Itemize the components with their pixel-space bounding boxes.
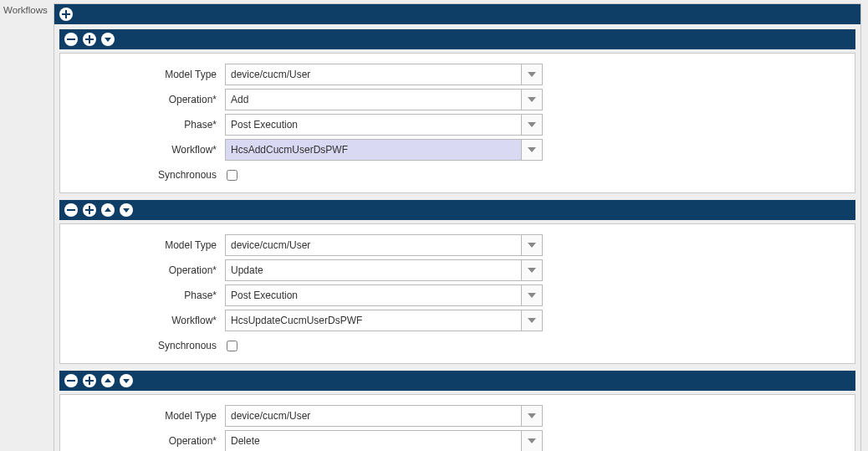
operation-label: Operation* xyxy=(70,435,225,447)
phase-input[interactable]: Post Execution xyxy=(225,284,521,306)
synchronous-label: Synchronous xyxy=(70,340,225,351)
chevron-down-icon xyxy=(528,413,536,418)
svg-rect-2 xyxy=(67,380,75,382)
chevron-down-icon xyxy=(528,438,536,443)
model-type-field: device/cucm/User xyxy=(225,234,543,256)
operation-label: Operation* xyxy=(70,94,225,105)
model-type-row: Model Type device/cucm/User xyxy=(70,405,845,427)
synchronous-checkbox[interactable] xyxy=(227,341,237,351)
operation-dropdown-button[interactable] xyxy=(521,430,543,451)
move-down-button[interactable] xyxy=(120,203,133,217)
model-type-row: Model Type device/cucm/User xyxy=(70,234,845,256)
operation-input[interactable]: Update xyxy=(225,259,521,281)
workflow-label: Workflow* xyxy=(70,315,225,326)
operation-field: Add xyxy=(225,89,543,110)
workflow-dropdown-button[interactable] xyxy=(521,139,543,161)
model-type-label: Model Type xyxy=(70,410,225,422)
model-type-field: device/cucm/User xyxy=(225,405,543,427)
operation-input[interactable]: Add xyxy=(225,89,521,110)
section-2-body: Model Type device/cucm/User Operation* D… xyxy=(59,394,855,451)
move-down-button[interactable] xyxy=(101,33,115,46)
model-type-input[interactable]: device/cucm/User xyxy=(225,234,521,256)
svg-rect-0 xyxy=(67,38,75,40)
workflow-row: Workflow* HcsUpdateCucmUserDsPWF xyxy=(70,310,845,331)
sidebar-section-label: Workflows xyxy=(3,3,54,451)
operation-field: Delete xyxy=(225,430,543,451)
synchronous-field xyxy=(225,167,240,183)
phase-label: Phase* xyxy=(70,290,225,301)
operation-input[interactable]: Delete xyxy=(225,430,521,451)
chevron-down-icon xyxy=(528,72,536,77)
section-0-body: Model Type device/cucm/User Operation* A… xyxy=(59,53,855,193)
workflow-field: HcsUpdateCucmUserDsPWF xyxy=(225,310,543,331)
model-type-label: Model Type xyxy=(70,69,225,80)
workflow-row: Workflow* HcsAddCucmUserDsPWF xyxy=(70,139,845,161)
synchronous-label: Synchronous xyxy=(70,169,225,181)
operation-dropdown-button[interactable] xyxy=(521,89,543,110)
svg-rect-1 xyxy=(67,209,75,211)
operation-label: Operation* xyxy=(70,264,225,276)
add-section-button[interactable] xyxy=(83,374,96,387)
section-0-header xyxy=(59,29,855,49)
move-up-button[interactable] xyxy=(101,374,115,387)
model-type-field: device/cucm/User xyxy=(225,64,543,85)
operation-dropdown-button[interactable] xyxy=(521,259,543,281)
remove-section-button[interactable] xyxy=(64,203,78,217)
synchronous-checkbox[interactable] xyxy=(227,170,237,181)
operation-row: Operation* Add xyxy=(70,89,845,110)
model-type-input[interactable]: device/cucm/User xyxy=(225,64,521,85)
workflow-input[interactable]: HcsAddCucmUserDsPWF xyxy=(225,139,521,161)
phase-input[interactable]: Post Execution xyxy=(225,114,521,136)
workflows-panel: Model Type device/cucm/User Operation* A… xyxy=(54,3,861,451)
phase-label: Phase* xyxy=(70,119,225,131)
move-up-button[interactable] xyxy=(101,203,115,217)
operation-row: Operation* Delete xyxy=(70,430,845,451)
chevron-down-icon xyxy=(528,147,536,152)
chevron-down-icon xyxy=(528,243,536,248)
chevron-down-icon xyxy=(528,318,536,323)
synchronous-row: Synchronous xyxy=(70,164,845,186)
section-2-header xyxy=(59,371,855,391)
workflow-label: Workflow* xyxy=(70,144,225,156)
remove-section-button[interactable] xyxy=(64,374,78,387)
add-section-button[interactable] xyxy=(83,33,96,46)
workflow-field: HcsAddCucmUserDsPWF xyxy=(225,139,543,161)
workflow-dropdown-button[interactable] xyxy=(521,310,543,331)
phase-row: Phase* Post Execution xyxy=(70,284,845,306)
model-type-dropdown-button[interactable] xyxy=(521,405,543,427)
model-type-row: Model Type device/cucm/User xyxy=(70,64,845,85)
section-1-body: Model Type device/cucm/User Operation* U… xyxy=(59,223,855,364)
workflows-top-strip xyxy=(54,4,860,24)
model-type-dropdown-button[interactable] xyxy=(521,64,543,85)
operation-row: Operation* Update xyxy=(70,259,845,281)
chevron-down-icon xyxy=(528,268,536,273)
model-type-dropdown-button[interactable] xyxy=(521,234,543,256)
model-type-label: Model Type xyxy=(70,239,225,251)
move-down-button[interactable] xyxy=(120,374,133,387)
add-section-button[interactable] xyxy=(83,203,96,217)
phase-dropdown-button[interactable] xyxy=(521,284,543,306)
operation-field: Update xyxy=(225,259,543,281)
chevron-down-icon xyxy=(528,293,536,298)
workflow-input[interactable]: HcsUpdateCucmUserDsPWF xyxy=(225,310,521,331)
synchronous-row: Synchronous xyxy=(70,335,845,356)
phase-row: Phase* Post Execution xyxy=(70,114,845,136)
phase-field: Post Execution xyxy=(225,284,543,306)
phase-field: Post Execution xyxy=(225,114,543,136)
chevron-down-icon xyxy=(528,122,536,127)
model-type-input[interactable]: device/cucm/User xyxy=(225,405,521,427)
chevron-down-icon xyxy=(528,97,536,102)
remove-section-button[interactable] xyxy=(64,33,78,46)
add-workflow-button[interactable] xyxy=(59,8,73,21)
phase-dropdown-button[interactable] xyxy=(521,114,543,136)
section-1-header xyxy=(59,200,855,220)
synchronous-field xyxy=(225,338,240,354)
